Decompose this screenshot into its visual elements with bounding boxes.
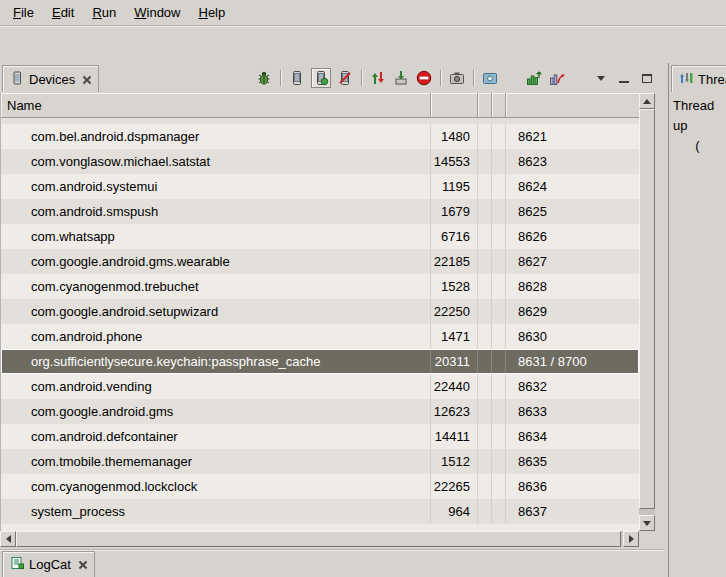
logcat-view: LogCat <box>0 549 664 577</box>
blank-cell <box>478 324 492 349</box>
process-pid: 964 <box>431 499 478 524</box>
process-name: com.google.android.gms.wearable <box>1 249 431 274</box>
scroll-up-icon[interactable] <box>639 93 655 109</box>
maximize-icon[interactable] <box>638 69 656 87</box>
toolbar-separator <box>440 70 441 86</box>
table-row[interactable]: com.google.android.gms126238633 <box>1 399 639 424</box>
vertical-scrollbar[interactable] <box>639 93 655 531</box>
process-pid: 14411 <box>431 424 478 449</box>
process-pid: 20311 <box>431 349 478 374</box>
update-heap-icon[interactable] <box>288 69 306 87</box>
update-threads-icon[interactable] <box>525 69 543 87</box>
process-pid: 14553 <box>431 149 478 174</box>
debug-process-icon[interactable] <box>255 69 273 87</box>
process-name: com.whatsapp <box>1 224 431 249</box>
table-row[interactable]: com.cyanogenmod.trebuchet15288628 <box>1 274 639 299</box>
devices-view-header: Devices <box>0 63 664 93</box>
table-row[interactable]: com.vonglasow.michael.satstat145538623 <box>1 149 639 174</box>
close-devices-tab-icon[interactable] <box>82 75 91 84</box>
process-port: 8625 <box>506 199 639 224</box>
table-row[interactable]: com.tmobile.thememanager15128635 <box>1 449 639 474</box>
table-row[interactable]: org.sufficientlysecure.keychain:passphra… <box>1 349 639 374</box>
process-pid: 22250 <box>431 299 478 324</box>
process-port: 8629 <box>506 299 639 324</box>
menu-item-edit[interactable]: Edit <box>43 2 83 23</box>
table-row[interactable]: com.google.android.setupwizard222508629 <box>1 299 639 324</box>
blank-cell <box>478 249 492 274</box>
process-name: com.tmobile.thememanager <box>1 449 431 474</box>
heap-enabled-icon[interactable] <box>311 68 331 88</box>
scroll-down-icon[interactable] <box>639 515 655 531</box>
blank-cell <box>478 199 492 224</box>
process-pid: 22440 <box>431 374 478 399</box>
scroll-right-icon[interactable] <box>623 531 639 547</box>
process-port: 8633 <box>506 399 639 424</box>
column-header-port[interactable] <box>506 93 639 118</box>
tab-threads[interactable]: Threads <box>671 65 726 92</box>
minimize-icon[interactable] <box>615 69 633 87</box>
tab-devices[interactable]: Devices <box>2 65 99 92</box>
column-header-name[interactable]: Name <box>1 93 431 118</box>
process-name: com.android.systemui <box>1 174 431 199</box>
column-header-blank2[interactable] <box>492 93 506 118</box>
horizontal-scrollbar-thumb[interactable] <box>16 531 621 547</box>
process-port: 8623 <box>506 149 639 174</box>
blank-cell <box>478 449 492 474</box>
process-pid: 1471 <box>431 324 478 349</box>
tab-devices-label: Devices <box>29 72 75 87</box>
table-row[interactable]: com.cyanogenmod.lockclock222658636 <box>1 474 639 499</box>
table-row[interactable]: com.bel.android.dspmanager14808621 <box>1 124 639 149</box>
process-pid: 1480 <box>431 124 478 149</box>
stop-process-icon[interactable] <box>415 69 433 87</box>
tab-logcat[interactable]: LogCat <box>2 551 95 577</box>
threads-view: Threads Thread up ( <box>669 63 726 577</box>
blank-cell <box>478 374 492 399</box>
menu-item-run[interactable]: Run <box>83 2 125 23</box>
update-threads-state-icon[interactable] <box>369 69 387 87</box>
column-header-blank1[interactable] <box>478 93 492 118</box>
blank-cell <box>478 174 492 199</box>
horizontal-scrollbar[interactable] <box>0 531 639 547</box>
logcat-tab-icon <box>10 556 24 573</box>
close-logcat-tab-icon[interactable] <box>78 560 87 569</box>
process-name: com.cyanogenmod.trebuchet <box>1 274 431 299</box>
table-row[interactable]: com.android.vending224408632 <box>1 374 639 399</box>
table-row[interactable]: com.android.phone14718630 <box>1 324 639 349</box>
blank-cell <box>492 349 506 374</box>
screenshot-icon[interactable] <box>448 69 466 87</box>
blank-cell <box>492 224 506 249</box>
blank-cell <box>492 249 506 274</box>
menu-item-window[interactable]: Window <box>125 2 189 23</box>
blank-cell <box>492 499 506 524</box>
process-name: com.cyanogenmod.lockclock <box>1 474 431 499</box>
threads-message-line2: ( <box>673 136 722 156</box>
threads-tab-icon <box>679 71 693 88</box>
table-row[interactable]: com.whatsapp67168626 <box>1 224 639 249</box>
column-header-pid[interactable] <box>431 93 478 118</box>
cause-gc-icon[interactable] <box>336 69 354 87</box>
threads-view-header: Threads <box>669 63 726 93</box>
process-name: com.android.vending <box>1 374 431 399</box>
scroll-left-icon[interactable] <box>0 531 16 547</box>
screen-record-icon[interactable] <box>481 69 499 87</box>
table-row[interactable]: com.android.smspush16798625 <box>1 199 639 224</box>
process-port: 8631 / 8700 <box>506 349 639 374</box>
table-row[interactable]: com.google.android.gms.wearable221858627 <box>1 249 639 274</box>
blank-cell <box>478 474 492 499</box>
vertical-scrollbar-thumb[interactable] <box>639 109 655 509</box>
menu-item-file[interactable]: File <box>4 2 43 23</box>
dump-hprof-icon[interactable] <box>392 69 410 87</box>
process-name: system_process <box>1 499 431 524</box>
blank-cell <box>492 174 506 199</box>
view-menu-icon[interactable] <box>592 69 610 87</box>
process-port: 8637 <box>506 499 639 524</box>
process-port: 8621 <box>506 124 639 149</box>
table-row[interactable]: com.android.systemui11958624 <box>1 174 639 199</box>
table-row[interactable]: system_process9648637 <box>1 499 639 524</box>
method-profiling-icon[interactable] <box>548 69 566 87</box>
menu-item-help[interactable]: Help <box>189 2 234 23</box>
table-row[interactable]: com.android.defcontainer144118634 <box>1 424 639 449</box>
process-port: 8628 <box>506 274 639 299</box>
devices-toolbar <box>255 63 656 93</box>
blank-cell <box>478 274 492 299</box>
